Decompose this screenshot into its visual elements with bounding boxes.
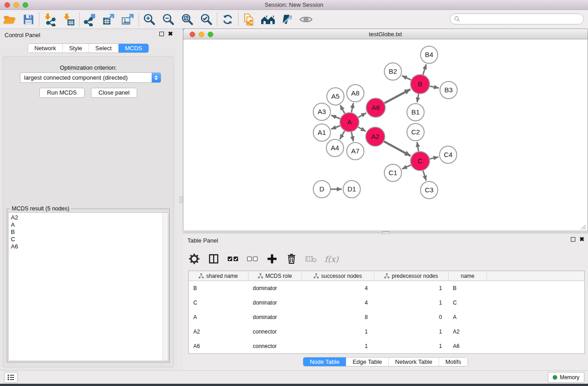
edge-A-A4[interactable] xyxy=(340,131,344,139)
table-cell[interactable]: connector xyxy=(249,339,302,353)
vertical-divider-handle[interactable] xyxy=(179,196,183,203)
zoom-out-icon[interactable] xyxy=(159,11,178,28)
table-cell[interactable]: connector xyxy=(249,324,302,339)
node-B[interactable]: B xyxy=(411,75,430,94)
table-row[interactable]: Adominator80A xyxy=(189,310,585,324)
node-A[interactable]: A xyxy=(340,113,359,132)
mcds-result-list[interactable]: A2ABCA6 xyxy=(8,212,168,361)
save-session-icon[interactable] xyxy=(19,11,38,28)
table-cell[interactable]: dominator xyxy=(249,295,302,310)
network-maximize-button[interactable] xyxy=(208,32,213,37)
node-A3[interactable]: A3 xyxy=(313,103,330,120)
zoom-selected-icon[interactable] xyxy=(197,11,216,28)
import-network-icon[interactable] xyxy=(40,11,59,28)
minimize-window-button[interactable] xyxy=(14,2,19,8)
maximize-window-button[interactable] xyxy=(23,2,28,8)
tab-network-table[interactable]: Network Table xyxy=(388,357,439,366)
hide-labels-icon[interactable] xyxy=(277,11,296,28)
node-B1[interactable]: B1 xyxy=(407,104,424,121)
table-cell[interactable]: 1 xyxy=(374,324,449,339)
node-D[interactable]: D xyxy=(313,181,330,198)
node-A7[interactable]: A7 xyxy=(347,143,364,160)
edge-A-A6[interactable] xyxy=(358,113,366,118)
table-cell[interactable]: A2 xyxy=(189,324,249,339)
tab-style[interactable]: Style xyxy=(62,44,89,52)
table-cell[interactable]: C xyxy=(189,295,249,310)
table-cell[interactable]: 0 xyxy=(374,310,449,324)
edge-A-A5[interactable] xyxy=(340,105,345,113)
list-scrollbar[interactable] xyxy=(163,213,168,361)
tab-select[interactable]: Select xyxy=(89,44,118,52)
table-row[interactable]: Bdominator41B xyxy=(189,281,585,295)
node-A6[interactable]: A6 xyxy=(366,98,385,117)
column-header-predecessor-nodes[interactable]: predecessor nodes xyxy=(374,271,449,281)
node-A4[interactable]: A4 xyxy=(326,139,344,157)
home-neighborhood-icon[interactable] xyxy=(258,11,277,28)
table-cell[interactable]: 1 xyxy=(374,281,449,295)
node-A2[interactable]: A2 xyxy=(366,127,385,146)
table-cell[interactable]: 1 xyxy=(302,339,374,353)
task-history-button[interactable] xyxy=(4,372,18,383)
node-D1[interactable]: D1 xyxy=(343,181,360,198)
close-window-button[interactable] xyxy=(5,2,10,8)
node-A8[interactable]: A8 xyxy=(347,85,364,102)
node-C[interactable]: C xyxy=(411,152,430,171)
edge-A-A7[interactable] xyxy=(351,132,353,142)
table-row[interactable]: A2connector11A2 xyxy=(189,324,585,339)
zoom-fit-icon[interactable] xyxy=(178,11,197,28)
open-file-icon[interactable] xyxy=(0,11,19,28)
column-header-successor-nodes[interactable]: successor nodes xyxy=(302,271,374,281)
close-panel-button[interactable]: Close panel xyxy=(91,88,138,98)
deselect-all-rows-icon[interactable] xyxy=(247,253,258,265)
add-row-icon[interactable] xyxy=(266,253,278,265)
select-all-rows-icon[interactable] xyxy=(227,253,239,265)
mcds-result-item[interactable]: A xyxy=(11,221,168,229)
mcds-result-item[interactable]: C xyxy=(11,236,168,243)
close-panel-icon[interactable]: ✖ xyxy=(168,32,173,36)
tab-mcds[interactable]: MCDS xyxy=(118,44,148,52)
table-cell[interactable]: dominator xyxy=(249,281,302,295)
network-canvas[interactable]: B4B2BB3A5A8A6A3B1AA1C2A2A4A7C4CC1C3DD1 xyxy=(184,40,587,231)
table-cell[interactable]: 1 xyxy=(374,339,449,353)
edge-C-C2[interactable] xyxy=(417,142,418,152)
column-header-name[interactable]: name xyxy=(449,271,487,281)
mcds-result-item[interactable]: A2 xyxy=(11,214,168,221)
table-cell[interactable]: A xyxy=(189,310,249,324)
edge-A-A1[interactable] xyxy=(331,126,340,129)
edge-B-B4[interactable] xyxy=(423,64,426,75)
table-cell[interactable]: C xyxy=(449,295,487,310)
search-input[interactable] xyxy=(460,14,583,24)
tab-edge-table[interactable]: Edge Table xyxy=(346,357,388,366)
network-graph[interactable]: B4B2BB3A5A8A6A3B1AA1C2A2A4A7C4CC1C3DD1 xyxy=(184,40,587,231)
show-graphics-icon[interactable] xyxy=(296,11,316,28)
table-cell[interactable]: 4 xyxy=(302,281,374,295)
mcds-result-item[interactable]: B xyxy=(11,229,168,236)
node-B3[interactable]: B3 xyxy=(440,81,457,99)
edge-A-A3[interactable] xyxy=(331,115,340,119)
table-cell[interactable]: 1 xyxy=(302,324,374,339)
node-C3[interactable]: C3 xyxy=(421,181,438,199)
node-A5[interactable]: A5 xyxy=(327,88,344,105)
memory-button[interactable]: Memory xyxy=(548,372,584,383)
table-cell[interactable]: 1 xyxy=(374,295,449,310)
node-C4[interactable]: C4 xyxy=(440,146,457,163)
edge-A-A8[interactable] xyxy=(351,103,353,113)
settings-gear-icon[interactable] xyxy=(188,253,200,265)
refresh-icon[interactable] xyxy=(218,11,237,28)
node-C2[interactable]: C2 xyxy=(407,124,424,141)
resize-grip-icon[interactable] xyxy=(580,224,586,230)
import-table-icon[interactable] xyxy=(59,11,78,28)
column-header-mcds-role[interactable]: MCDS role xyxy=(249,271,302,281)
node-B2[interactable]: B2 xyxy=(384,63,402,80)
node-C1[interactable]: C1 xyxy=(384,164,402,181)
tab-node-table[interactable]: Node Table xyxy=(303,357,346,366)
table-cell[interactable]: B xyxy=(189,281,249,295)
float-table-panel-icon[interactable] xyxy=(571,237,575,242)
table-cell[interactable]: A xyxy=(449,310,487,324)
table-cell[interactable]: 8 xyxy=(302,310,374,324)
edge-C-C3[interactable] xyxy=(423,171,426,181)
zoom-in-icon[interactable] xyxy=(140,11,159,28)
column-visibility-icon[interactable] xyxy=(208,253,220,265)
export-network-icon[interactable] xyxy=(81,11,100,28)
table-cell[interactable]: dominator xyxy=(249,310,302,324)
